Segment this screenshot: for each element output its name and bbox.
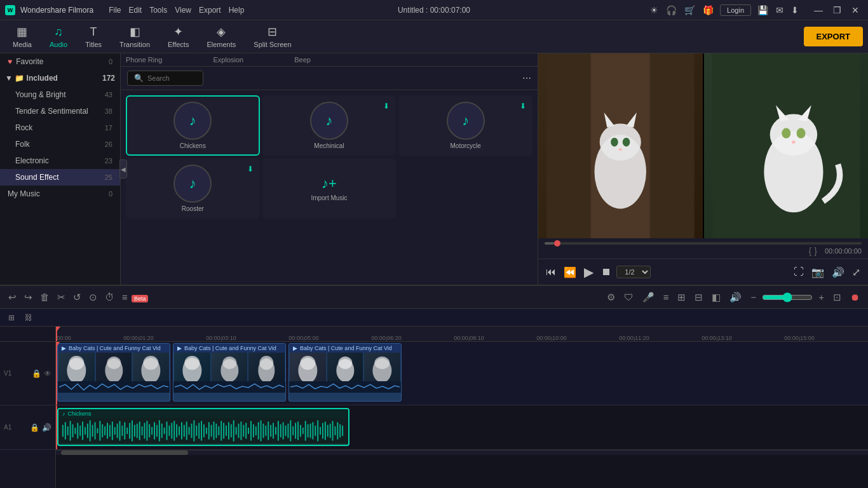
play-button[interactable]: ▶: [581, 262, 596, 282]
video-clip-1[interactable]: ▶ Baby Cats | Cute and Funny Cat Vid: [57, 343, 170, 402]
playback-controls: ⏮ ⏪ ▶ ⏹ 1/2: [543, 262, 651, 282]
stop-button[interactable]: ⏹: [599, 264, 614, 280]
headphone-icon[interactable]: 🎧: [665, 4, 678, 17]
progress-track[interactable]: [545, 242, 862, 245]
cut-button[interactable]: ✂: [54, 290, 69, 305]
toolbar-splitscreen[interactable]: ⊟ Split Screen: [246, 22, 299, 51]
search-input[interactable]: [147, 74, 198, 82]
login-button[interactable]: Login: [720, 4, 751, 16]
mix-button[interactable]: ≡: [660, 290, 672, 304]
audio-track-mute-icon[interactable]: 🔊: [42, 423, 51, 432]
record-button[interactable]: ⏺: [847, 290, 863, 304]
video-clip-3[interactable]: ▶ Baby Cats | Cute and Funny Cat Vid: [288, 343, 402, 402]
audio-clip[interactable]: ♪ Chickens: [57, 408, 349, 446]
tender-label: Tender & Sentimental: [15, 107, 88, 116]
zoom-in-button[interactable]: +: [815, 290, 827, 304]
export-button[interactable]: EXPORT: [804, 27, 863, 46]
zoom-out-button[interactable]: −: [747, 290, 759, 304]
delete-button[interactable]: 🗑: [37, 290, 53, 305]
clip-2-label: Baby Cats | Cute and Funny Cat Vid: [184, 345, 276, 351]
expand-button[interactable]: ⤢: [850, 264, 863, 281]
scrollbar-thumb[interactable]: [61, 451, 188, 455]
toolbar-transition[interactable]: ◧ Transition: [112, 22, 158, 51]
render-button[interactable]: ⚙: [604, 290, 618, 305]
menu-file[interactable]: File: [109, 6, 121, 15]
sidebar-item-electronic[interactable]: Electronic 23: [0, 152, 120, 169]
undo-button[interactable]: ↩: [5, 290, 20, 305]
toolbar-audio[interactable]: ♫ Audio: [42, 23, 75, 51]
page-indicator[interactable]: 1/2: [616, 266, 651, 278]
sidebar-item-rock[interactable]: Rock 17: [0, 119, 120, 136]
rotate-button[interactable]: ↺: [70, 290, 85, 305]
sidebar-item-tender[interactable]: Tender & Sentimental 38: [0, 103, 120, 119]
volume-button[interactable]: 🔊: [829, 264, 847, 281]
svg-rect-143: [327, 425, 329, 437]
pip-button[interactable]: ⊞: [674, 290, 689, 305]
svg-rect-68: [142, 426, 143, 436]
shield-button[interactable]: 🛡: [621, 290, 637, 304]
svg-rect-66: [137, 423, 138, 438]
svg-rect-78: [166, 421, 168, 440]
snap-button[interactable]: ⊞: [5, 311, 18, 324]
audio-card-rooster[interactable]: ⬇ ♪ Rooster: [126, 158, 260, 219]
brightness-icon[interactable]: ☀: [649, 4, 660, 17]
save-icon[interactable]: 💾: [756, 4, 770, 17]
panel-collapse-arrow[interactable]: ◀: [119, 159, 127, 179]
video-clip-2[interactable]: ▶ Baby Cats | Cute and Funny Cat Vid: [173, 343, 286, 402]
menu-tools[interactable]: Tools: [149, 6, 167, 15]
crop-button[interactable]: ⊙: [86, 290, 100, 305]
audio-card-mechinical[interactable]: ⬇ ♪ Mechinical: [262, 95, 397, 156]
svg-rect-147: [337, 422, 338, 439]
maximize-button[interactable]: ❐: [829, 4, 845, 17]
gift-icon[interactable]: 🎁: [702, 4, 715, 17]
step-back-button[interactable]: ⏪: [561, 264, 579, 281]
menu-export[interactable]: Export: [199, 6, 221, 15]
svg-rect-106: [236, 427, 237, 435]
clip-2-play-icon: ▶: [177, 345, 182, 351]
snapshot-button[interactable]: 📷: [809, 264, 827, 281]
minimize-button[interactable]: —: [810, 4, 827, 17]
timeline-scrollbar[interactable]: [56, 450, 868, 455]
timer-button[interactable]: ⏱: [102, 290, 118, 305]
fit-button[interactable]: ⊡: [830, 290, 844, 305]
cart-icon[interactable]: 🛒: [683, 4, 696, 17]
svg-rect-55: [109, 425, 111, 437]
import-music-card[interactable]: ♪+ Import Music: [262, 158, 397, 219]
download-icon[interactable]: ⬇: [790, 4, 800, 17]
svg-rect-50: [97, 428, 98, 433]
close-button[interactable]: ✕: [848, 4, 863, 17]
fullscreen-button[interactable]: ⛶: [791, 264, 806, 280]
link-button[interactable]: ⛓: [22, 311, 36, 324]
track-visible-icon[interactable]: 👁: [44, 369, 51, 378]
toolbar-media[interactable]: ▦ Media: [5, 22, 39, 51]
toolbar-elements[interactable]: ◈ Elements: [199, 22, 243, 51]
settings-button[interactable]: ≡ Beta: [119, 290, 151, 305]
subtract-button[interactable]: ⊟: [691, 290, 706, 305]
sidebar-item-included[interactable]: ▼ 📁 Included 172: [0, 70, 120, 86]
menu-help[interactable]: Help: [229, 6, 245, 15]
menu-edit[interactable]: Edit: [129, 6, 142, 15]
svg-rect-90: [196, 426, 197, 437]
svg-point-21: [107, 356, 121, 369]
zoom-slider[interactable]: [762, 292, 813, 302]
sidebar-item-sound-effect[interactable]: Sound Effect 25: [0, 169, 120, 186]
sidebar-item-folk[interactable]: Folk 26: [0, 136, 120, 152]
skip-back-button[interactable]: ⏮: [543, 264, 559, 280]
audio-vol-button[interactable]: 🔊: [726, 290, 745, 305]
menu-view[interactable]: View: [175, 6, 191, 15]
audio-card-motorcycle[interactable]: ⬇ ♪ Motorcycle: [398, 95, 532, 156]
toolbar-titles[interactable]: T Titles: [78, 23, 109, 51]
split-button[interactable]: ◧: [709, 290, 724, 305]
message-icon[interactable]: ✉: [775, 4, 785, 17]
mic-button[interactable]: 🎤: [639, 290, 658, 305]
svg-rect-103: [228, 422, 229, 439]
toolbar-effects[interactable]: ✦ Effects: [160, 22, 196, 51]
sidebar-item-favorite[interactable]: ♥ Favorite 0: [0, 53, 120, 70]
grid-view-icon[interactable]: ⋯: [522, 73, 531, 83]
redo-button[interactable]: ↪: [21, 290, 36, 305]
sidebar-item-young-bright[interactable]: Young & Bright 43: [0, 86, 120, 103]
audio-card-chickens[interactable]: ♪ Chickens: [126, 95, 260, 156]
audio-track-lock-icon[interactable]: 🔒: [30, 423, 39, 432]
track-lock-icon[interactable]: 🔒: [32, 369, 41, 378]
sidebar-item-my-music[interactable]: My Music 0: [0, 186, 120, 202]
